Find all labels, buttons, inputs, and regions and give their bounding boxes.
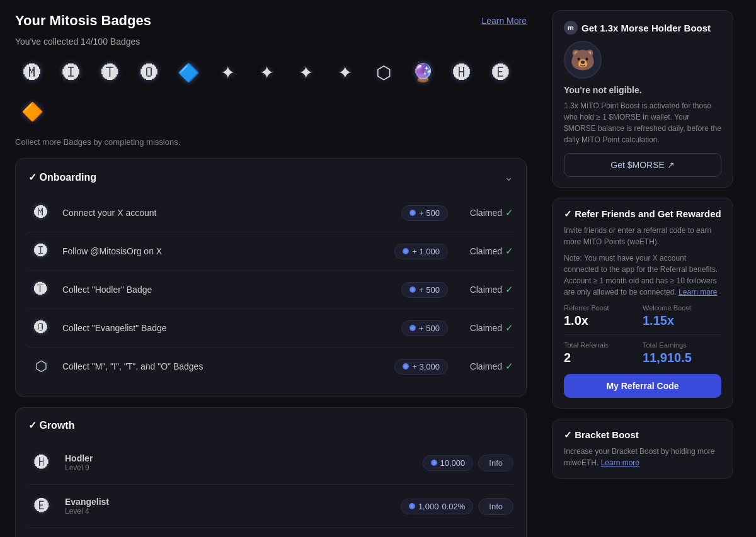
growth-points-tag: 10,000 — [423, 455, 474, 471]
bear-avatar: 🐻 — [564, 41, 602, 79]
growth-title: ✓ Growth — [28, 419, 74, 431]
check-icon: ✓ — [505, 207, 513, 218]
growth-points-area: 1,000 0.02%Info — [401, 498, 513, 515]
mission-label: Collect "Evangelist" Badge — [62, 323, 392, 333]
chevron-down-icon: ⌄ — [504, 170, 513, 184]
badge-icon-4: 🔷 — [171, 55, 205, 89]
mission-label: Collect "Hodler" Badge — [62, 285, 392, 295]
welcome-boost-label: Welcome Boost — [643, 304, 721, 312]
onboarding-title: ✓ Onboarding — [28, 171, 96, 183]
check-icon: ✓ — [505, 361, 513, 372]
mission-badge-icon-2: 🅣 — [28, 277, 54, 302]
mission-row: ⬡Collect "M", "I", "T", and "O" Badges +… — [28, 348, 513, 385]
badges-hint: Collect more Badges by completing missio… — [15, 137, 527, 147]
growth-points-area: 10,000Info — [423, 455, 513, 472]
not-eligible-text: You're not eligible. — [564, 85, 721, 95]
points-dot — [410, 325, 416, 331]
info-button[interactable]: Info — [478, 455, 513, 472]
total-referrals-block: Total Referrals 2 — [564, 341, 643, 365]
badge-icon-8: ✦ — [328, 55, 362, 89]
mission-status: Claimed ✓ — [457, 246, 513, 257]
referrer-boost-label: Referrer Boost — [564, 304, 643, 312]
badge-icon-5: ✦ — [210, 55, 244, 89]
get-morse-button[interactable]: Get $MORSE ↗ — [564, 153, 721, 177]
total-earnings-label: Total Earnings — [643, 341, 721, 349]
growth-info: HodlerLevel 9 — [65, 453, 414, 472]
referral-stats-row: Total Referrals 2 Total Earnings 11,910.… — [564, 341, 721, 365]
growth-badge-icon-0: 🅗 — [28, 449, 56, 477]
mission-label: Collect "M", "I", "T", and "O" Badges — [62, 361, 386, 371]
badge-icon-10: 🔮 — [406, 55, 440, 89]
onboarding-section-header[interactable]: ✓ Onboarding ⌄ — [28, 170, 513, 184]
growth-badge-icon-1: 🅔 — [28, 492, 56, 520]
info-button[interactable]: Info — [478, 498, 513, 515]
badge-icon-1: 🅘 — [54, 55, 88, 89]
mission-row: 🅞Collect "Evangelist" Badge + 500Claimed… — [28, 309, 513, 348]
check-icon: ✓ — [505, 284, 513, 295]
growth-name: Evangelist — [65, 497, 392, 507]
check-icon: ✓ — [505, 246, 513, 257]
referrer-boost-block: Referrer Boost 1.0x — [564, 304, 643, 328]
total-earnings-value: 11,910.5 — [643, 351, 721, 365]
referral-card: ✓ Refer Friends and Get Rewarded Invite … — [552, 198, 733, 409]
badge-icon-12: 🅔 — [484, 55, 518, 89]
mission-badge-icon-0: 🅜 — [28, 200, 54, 225]
mission-status: Claimed ✓ — [457, 361, 513, 372]
mission-label: Connect your X account — [62, 208, 392, 218]
growth-name: Hodler — [65, 453, 414, 463]
total-referrals-value: 2 — [564, 351, 643, 365]
boost-stats-row: Referrer Boost 1.0x Welcome Boost 1.15x — [564, 304, 721, 328]
check-icon: ✓ — [505, 322, 513, 334]
mission-badge-icon-1: 🅘 — [28, 239, 54, 264]
points-dot — [410, 286, 416, 293]
stats-divider — [564, 334, 721, 335]
bracket-boost-card: ✓ Bracket Boost Increase your Bracket Bo… — [552, 419, 733, 479]
mission-label: Follow @MitosisOrg on X — [62, 246, 386, 256]
bracket-learn-more-link[interactable]: Learn more — [601, 458, 639, 467]
badge-icon-3: 🅞 — [132, 55, 166, 89]
growth-row: 🅔EvangelistLevel 4 1,000 0.02%Info — [28, 485, 513, 528]
bracket-boost-title: ✓ Bracket Boost — [564, 429, 721, 441]
mission-points: + 1,000 — [394, 244, 448, 259]
points-dot — [403, 363, 409, 370]
referral-note: Note: You must have your X account conne… — [564, 252, 721, 298]
growth-points-tag: 1,000 0.02% — [401, 499, 473, 514]
mitosis-m-icon: m — [564, 21, 578, 35]
badge-icon-13: 🔶 — [15, 94, 49, 128]
bracket-boost-text: Increase your Bracket Boost by holding m… — [564, 446, 721, 468]
morse-boost-title: m Get 1.3x Morse Holder Boost — [564, 21, 721, 35]
growth-info: EvangelistLevel 4 — [65, 497, 392, 516]
badge-icon-2: 🅣 — [93, 55, 127, 89]
mission-badge-icon-4: ⬡ — [28, 354, 54, 379]
growth-section-header[interactable]: ✓ Growth — [28, 419, 513, 431]
badge-icon-9: ⬡ — [367, 55, 401, 89]
page-title: Your Mitosis Badges — [15, 13, 151, 29]
referral-learn-more-link[interactable]: Learn more — [679, 288, 717, 297]
welcome-boost-value: 1.15x — [643, 314, 721, 328]
mission-status: Claimed ✓ — [457, 207, 513, 218]
mission-points: + 3,000 — [394, 359, 448, 375]
mission-points: + 500 — [401, 205, 448, 221]
growth-level: Level 4 — [65, 507, 392, 516]
growth-row: 🅗HodlerLevel 9 10,000Info — [28, 441, 513, 485]
sidebar: m Get 1.3x Morse Holder Boost 🐻 You're n… — [542, 0, 743, 537]
total-referrals-label: Total Referrals — [564, 341, 643, 349]
mission-row: 🅜Connect your X account + 500Claimed ✓ — [28, 194, 513, 232]
learn-more-link[interactable]: Learn More — [481, 16, 527, 26]
mission-badge-icon-3: 🅞 — [28, 315, 54, 341]
my-referral-code-button[interactable]: My Referral Code — [564, 374, 721, 398]
mission-points: + 500 — [401, 282, 448, 298]
badge-icons-row: 🅜🅘🅣🅞🔷✦✦✦✦⬡🔮🅗🅔🔶 — [15, 55, 527, 128]
points-dot — [431, 460, 437, 466]
growth-level: Level 9 — [65, 463, 414, 472]
mission-row: 🅣Collect "Hodler" Badge + 500Claimed ✓ — [28, 271, 513, 309]
badges-collected-text: You've collected 14/100 Badges — [15, 37, 527, 47]
referral-title: ✓ Refer Friends and Get Rewarded — [564, 208, 721, 220]
growth-row: 🔷EigenLayer PointLevel 5 0 x1.3Info — [28, 528, 513, 537]
badge-icon-6: ✦ — [249, 55, 284, 89]
points-dot — [410, 210, 416, 216]
growth-items-list: 🅗HodlerLevel 9 10,000Info🅔EvangelistLeve… — [28, 441, 513, 537]
total-earnings-block: Total Earnings 11,910.5 — [643, 341, 721, 365]
growth-extra: 0.02% — [442, 502, 465, 511]
mission-row: 🅘Follow @MitosisOrg on X + 1,000Claimed … — [28, 232, 513, 271]
